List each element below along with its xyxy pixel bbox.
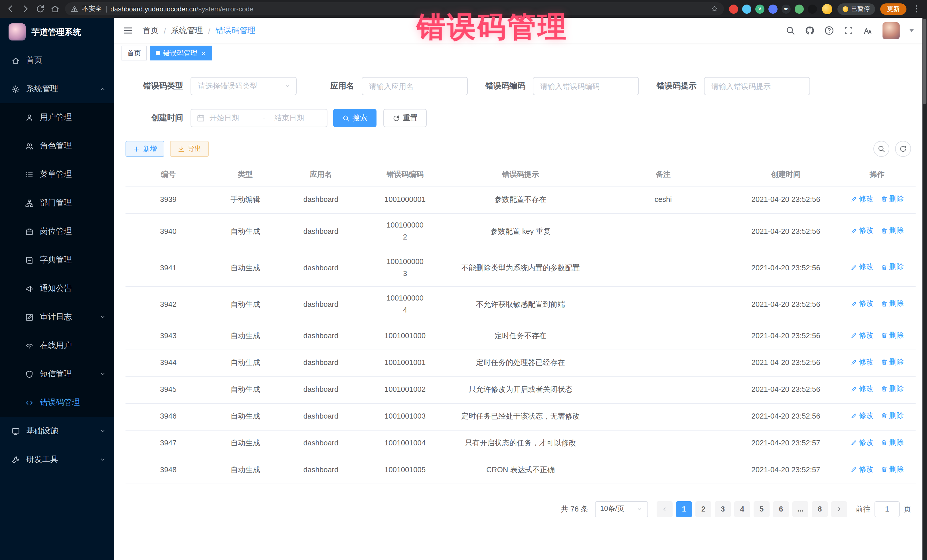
page-button-1[interactable]: 1 xyxy=(676,501,692,517)
edit-link[interactable]: 修改 xyxy=(850,261,874,273)
sidebar-item-研发工具[interactable]: 研发工具 xyxy=(0,445,114,474)
logo[interactable]: 芋道管理系统 xyxy=(0,18,114,46)
edit-link[interactable]: 修改 xyxy=(850,225,874,237)
export-button[interactable]: 导出 xyxy=(170,141,209,157)
page-button-5[interactable]: 5 xyxy=(754,501,769,517)
edit-link[interactable]: 修改 xyxy=(850,464,874,476)
update-button[interactable]: 更新 xyxy=(880,3,906,15)
header-search-icon[interactable] xyxy=(786,26,795,35)
close-tab-icon[interactable]: × xyxy=(201,49,206,57)
delete-link[interactable]: 删除 xyxy=(880,464,904,476)
browser-scrollbar[interactable] xyxy=(922,18,927,560)
sidebar-item-在线用户[interactable]: 在线用户 xyxy=(0,331,114,360)
filter-code: 错误码编码 xyxy=(468,77,639,95)
extension-icon-grid[interactable] xyxy=(768,4,778,14)
search-button[interactable]: 搜索 xyxy=(333,109,377,127)
delete-link[interactable]: 删除 xyxy=(880,298,904,310)
edit-link[interactable]: 修改 xyxy=(850,329,874,341)
page-button-2[interactable]: 2 xyxy=(695,501,711,517)
delete-link[interactable]: 删除 xyxy=(880,437,904,449)
error-type-select[interactable]: 请选择错误码类型 xyxy=(190,77,296,95)
extension-icon-picker[interactable] xyxy=(742,4,751,14)
forward-icon[interactable] xyxy=(21,4,30,14)
page-button-6[interactable]: 6 xyxy=(773,501,789,517)
prev-page-button[interactable] xyxy=(656,501,673,517)
edit-link[interactable]: 修改 xyxy=(850,193,874,205)
toggle-search-button[interactable] xyxy=(873,141,889,157)
sidebar-item-菜单管理[interactable]: 菜单管理 xyxy=(0,160,114,189)
sidebar-item-短信管理[interactable]: 短信管理 xyxy=(0,360,114,389)
delete-link[interactable]: 删除 xyxy=(880,225,904,237)
browser-home-icon[interactable] xyxy=(50,4,60,14)
error-msg-input[interactable] xyxy=(704,77,810,95)
sidebar-item-部门管理[interactable]: 部门管理 xyxy=(0,189,114,217)
back-icon[interactable] xyxy=(6,4,15,14)
paused-chip[interactable]: 已暂停 xyxy=(837,3,875,15)
next-page-button[interactable] xyxy=(831,501,847,517)
browser-profile-avatar[interactable] xyxy=(822,4,832,14)
sidebar-item-通知公告[interactable]: 通知公告 xyxy=(0,274,114,303)
user-avatar[interactable] xyxy=(883,22,900,39)
date-range-picker[interactable]: 开始日期 - 结束日期 xyxy=(190,109,327,127)
sidebar-item-字典管理[interactable]: 字典管理 xyxy=(0,246,114,274)
extension-icon-pin[interactable] xyxy=(808,4,817,14)
edit-link[interactable]: 修改 xyxy=(850,410,874,422)
browser-menu-icon[interactable] xyxy=(912,4,921,14)
page-button-3[interactable]: 3 xyxy=(715,501,731,517)
delete-link[interactable]: 删除 xyxy=(880,193,904,205)
breadcrumb-system[interactable]: 系统管理 xyxy=(171,25,203,36)
sidebar-item-系统管理[interactable]: 系统管理 xyxy=(0,75,114,103)
sidebar-item-用户管理[interactable]: 用户管理 xyxy=(0,103,114,132)
reset-button[interactable]: 重置 xyxy=(383,109,427,127)
reload-icon[interactable] xyxy=(35,4,45,14)
cell-remark xyxy=(593,376,733,403)
goto-page-input[interactable] xyxy=(874,501,900,517)
scrollbar-thumb[interactable] xyxy=(923,19,926,104)
delete-link[interactable]: 删除 xyxy=(880,329,904,341)
font-size-icon[interactable] xyxy=(863,26,873,35)
breadcrumb-home[interactable]: 首页 xyxy=(143,25,159,36)
delete-link[interactable]: 删除 xyxy=(880,410,904,422)
badge-icon xyxy=(25,227,33,236)
sidebar-item-首页[interactable]: 首页 xyxy=(0,46,114,75)
extension-icon-proxy[interactable]: on xyxy=(781,4,791,14)
add-button[interactable]: 新增 xyxy=(126,141,164,157)
cell-remark xyxy=(593,250,733,286)
refresh-table-button[interactable] xyxy=(895,141,911,157)
extension-icon-vue-devtools[interactable]: V xyxy=(755,4,764,14)
address-bar[interactable]: 不安全 dashboard.yudao.iocoder.cn/system/er… xyxy=(65,2,724,15)
sidebar-item-基础设施[interactable]: 基础设施 xyxy=(0,417,114,445)
extension-icon-recorder[interactable] xyxy=(729,4,738,14)
more-pages-button[interactable]: ... xyxy=(792,501,808,517)
sidebar-item-错误码管理[interactable]: 错误码管理 xyxy=(0,389,114,417)
tab-home[interactable]: 首页 xyxy=(122,46,147,61)
delete-link[interactable]: 删除 xyxy=(880,357,904,369)
cell-msg: 只允许修改为开启或者关闭状态 xyxy=(448,376,593,403)
caret-down-icon[interactable] xyxy=(909,29,914,32)
chevron-down-icon xyxy=(99,314,106,320)
fullscreen-icon[interactable] xyxy=(844,26,853,35)
edit-link[interactable]: 修改 xyxy=(850,383,874,395)
page-button-4[interactable]: 4 xyxy=(734,501,750,517)
delete-link[interactable]: 删除 xyxy=(880,261,904,273)
edit-link[interactable]: 修改 xyxy=(850,298,874,310)
bookmark-star-icon[interactable] xyxy=(711,5,718,12)
app-title: 芋道管理系统 xyxy=(31,27,81,37)
app-name-input[interactable] xyxy=(362,77,468,95)
page-button-8[interactable]: 8 xyxy=(812,501,828,517)
error-code-input[interactable] xyxy=(533,77,639,95)
edit-link[interactable]: 修改 xyxy=(850,437,874,449)
tab-error-code[interactable]: 错误码管理 × xyxy=(150,46,211,61)
collapse-sidebar-icon[interactable] xyxy=(123,25,134,36)
page-size-select[interactable]: 10条/页 xyxy=(595,501,648,517)
github-icon[interactable] xyxy=(805,26,815,35)
edit-link[interactable]: 修改 xyxy=(850,357,874,369)
delete-link[interactable]: 删除 xyxy=(880,383,904,395)
sidebar-item-审计日志[interactable]: 审计日志 xyxy=(0,303,114,331)
breadcrumb: 首页 / 系统管理 / 错误码管理 xyxy=(143,25,255,36)
sidebar-item-角色管理[interactable]: 角色管理 xyxy=(0,132,114,160)
help-icon[interactable] xyxy=(824,26,834,35)
extension-icon-green-ext[interactable] xyxy=(795,4,804,14)
sidebar-item-岗位管理[interactable]: 岗位管理 xyxy=(0,217,114,246)
security-warning-icon[interactable] xyxy=(71,5,78,12)
